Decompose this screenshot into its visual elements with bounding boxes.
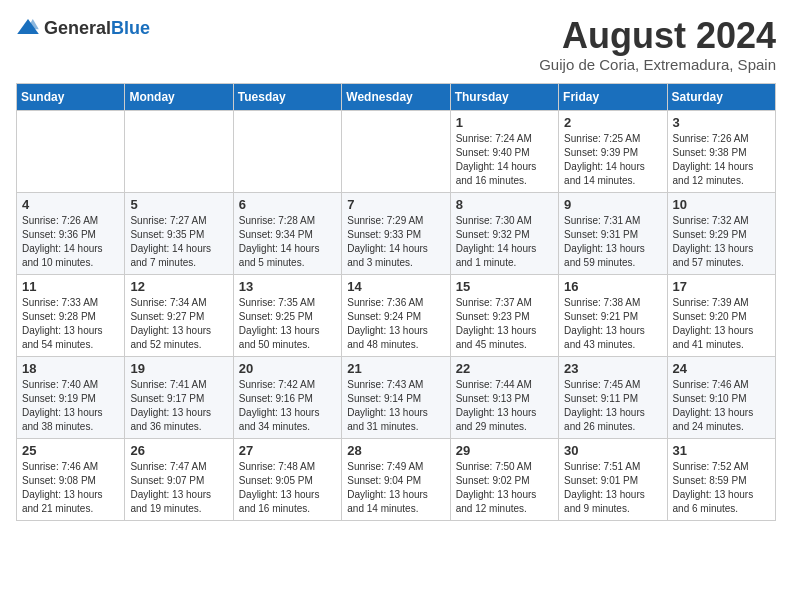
day-number: 11: [22, 279, 119, 294]
cell-info: Sunrise: 7:35 AM Sunset: 9:25 PM Dayligh…: [239, 296, 336, 352]
month-title: August 2024: [539, 16, 776, 56]
cell-info: Sunrise: 7:29 AM Sunset: 9:33 PM Dayligh…: [347, 214, 444, 270]
cell-info: Sunrise: 7:40 AM Sunset: 9:19 PM Dayligh…: [22, 378, 119, 434]
column-header-sunday: Sunday: [17, 83, 125, 110]
day-number: 21: [347, 361, 444, 376]
calendar-week-row: 25Sunrise: 7:46 AM Sunset: 9:08 PM Dayli…: [17, 438, 776, 520]
cell-info: Sunrise: 7:32 AM Sunset: 9:29 PM Dayligh…: [673, 214, 770, 270]
day-number: 15: [456, 279, 553, 294]
day-number: 18: [22, 361, 119, 376]
day-number: 22: [456, 361, 553, 376]
calendar-cell: 9Sunrise: 7:31 AM Sunset: 9:31 PM Daylig…: [559, 192, 667, 274]
calendar-cell: 19Sunrise: 7:41 AM Sunset: 9:17 PM Dayli…: [125, 356, 233, 438]
calendar-cell: 30Sunrise: 7:51 AM Sunset: 9:01 PM Dayli…: [559, 438, 667, 520]
cell-info: Sunrise: 7:45 AM Sunset: 9:11 PM Dayligh…: [564, 378, 661, 434]
cell-info: Sunrise: 7:39 AM Sunset: 9:20 PM Dayligh…: [673, 296, 770, 352]
calendar-cell: 29Sunrise: 7:50 AM Sunset: 9:02 PM Dayli…: [450, 438, 558, 520]
calendar-cell: [342, 110, 450, 192]
calendar-cell: 25Sunrise: 7:46 AM Sunset: 9:08 PM Dayli…: [17, 438, 125, 520]
day-number: 28: [347, 443, 444, 458]
cell-info: Sunrise: 7:42 AM Sunset: 9:16 PM Dayligh…: [239, 378, 336, 434]
cell-info: Sunrise: 7:28 AM Sunset: 9:34 PM Dayligh…: [239, 214, 336, 270]
calendar-cell: 31Sunrise: 7:52 AM Sunset: 8:59 PM Dayli…: [667, 438, 775, 520]
calendar-week-row: 11Sunrise: 7:33 AM Sunset: 9:28 PM Dayli…: [17, 274, 776, 356]
calendar-cell: 13Sunrise: 7:35 AM Sunset: 9:25 PM Dayli…: [233, 274, 341, 356]
cell-info: Sunrise: 7:48 AM Sunset: 9:05 PM Dayligh…: [239, 460, 336, 516]
calendar-cell: [233, 110, 341, 192]
calendar-cell: 8Sunrise: 7:30 AM Sunset: 9:32 PM Daylig…: [450, 192, 558, 274]
calendar-week-row: 18Sunrise: 7:40 AM Sunset: 9:19 PM Dayli…: [17, 356, 776, 438]
day-number: 12: [130, 279, 227, 294]
calendar-cell: 26Sunrise: 7:47 AM Sunset: 9:07 PM Dayli…: [125, 438, 233, 520]
day-number: 29: [456, 443, 553, 458]
calendar-week-row: 1Sunrise: 7:24 AM Sunset: 9:40 PM Daylig…: [17, 110, 776, 192]
calendar-cell: 23Sunrise: 7:45 AM Sunset: 9:11 PM Dayli…: [559, 356, 667, 438]
cell-info: Sunrise: 7:25 AM Sunset: 9:39 PM Dayligh…: [564, 132, 661, 188]
day-number: 25: [22, 443, 119, 458]
calendar-cell: 15Sunrise: 7:37 AM Sunset: 9:23 PM Dayli…: [450, 274, 558, 356]
day-number: 5: [130, 197, 227, 212]
calendar-cell: 28Sunrise: 7:49 AM Sunset: 9:04 PM Dayli…: [342, 438, 450, 520]
day-number: 16: [564, 279, 661, 294]
page-header: GeneralBlue August 2024 Guijo de Coria, …: [16, 16, 776, 73]
day-number: 27: [239, 443, 336, 458]
calendar-cell: 12Sunrise: 7:34 AM Sunset: 9:27 PM Dayli…: [125, 274, 233, 356]
cell-info: Sunrise: 7:26 AM Sunset: 9:36 PM Dayligh…: [22, 214, 119, 270]
day-number: 14: [347, 279, 444, 294]
calendar-cell: 1Sunrise: 7:24 AM Sunset: 9:40 PM Daylig…: [450, 110, 558, 192]
cell-info: Sunrise: 7:37 AM Sunset: 9:23 PM Dayligh…: [456, 296, 553, 352]
cell-info: Sunrise: 7:30 AM Sunset: 9:32 PM Dayligh…: [456, 214, 553, 270]
column-header-tuesday: Tuesday: [233, 83, 341, 110]
calendar-cell: [125, 110, 233, 192]
day-number: 26: [130, 443, 227, 458]
cell-info: Sunrise: 7:41 AM Sunset: 9:17 PM Dayligh…: [130, 378, 227, 434]
calendar-week-row: 4Sunrise: 7:26 AM Sunset: 9:36 PM Daylig…: [17, 192, 776, 274]
cell-info: Sunrise: 7:34 AM Sunset: 9:27 PM Dayligh…: [130, 296, 227, 352]
calendar-cell: 7Sunrise: 7:29 AM Sunset: 9:33 PM Daylig…: [342, 192, 450, 274]
calendar-cell: 22Sunrise: 7:44 AM Sunset: 9:13 PM Dayli…: [450, 356, 558, 438]
cell-info: Sunrise: 7:38 AM Sunset: 9:21 PM Dayligh…: [564, 296, 661, 352]
calendar-header-row: SundayMondayTuesdayWednesdayThursdayFrid…: [17, 83, 776, 110]
day-number: 3: [673, 115, 770, 130]
column-header-thursday: Thursday: [450, 83, 558, 110]
day-number: 10: [673, 197, 770, 212]
cell-info: Sunrise: 7:51 AM Sunset: 9:01 PM Dayligh…: [564, 460, 661, 516]
calendar-cell: 27Sunrise: 7:48 AM Sunset: 9:05 PM Dayli…: [233, 438, 341, 520]
cell-info: Sunrise: 7:46 AM Sunset: 9:10 PM Dayligh…: [673, 378, 770, 434]
column-header-monday: Monday: [125, 83, 233, 110]
calendar-cell: 16Sunrise: 7:38 AM Sunset: 9:21 PM Dayli…: [559, 274, 667, 356]
calendar-cell: 21Sunrise: 7:43 AM Sunset: 9:14 PM Dayli…: [342, 356, 450, 438]
calendar-cell: 5Sunrise: 7:27 AM Sunset: 9:35 PM Daylig…: [125, 192, 233, 274]
calendar-cell: 4Sunrise: 7:26 AM Sunset: 9:36 PM Daylig…: [17, 192, 125, 274]
day-number: 20: [239, 361, 336, 376]
calendar-cell: 24Sunrise: 7:46 AM Sunset: 9:10 PM Dayli…: [667, 356, 775, 438]
day-number: 13: [239, 279, 336, 294]
calendar-table: SundayMondayTuesdayWednesdayThursdayFrid…: [16, 83, 776, 521]
day-number: 17: [673, 279, 770, 294]
calendar-cell: 20Sunrise: 7:42 AM Sunset: 9:16 PM Dayli…: [233, 356, 341, 438]
calendar-cell: 10Sunrise: 7:32 AM Sunset: 9:29 PM Dayli…: [667, 192, 775, 274]
cell-info: Sunrise: 7:46 AM Sunset: 9:08 PM Dayligh…: [22, 460, 119, 516]
cell-info: Sunrise: 7:52 AM Sunset: 8:59 PM Dayligh…: [673, 460, 770, 516]
logo: GeneralBlue: [16, 16, 150, 40]
day-number: 7: [347, 197, 444, 212]
day-number: 24: [673, 361, 770, 376]
logo-general-text: GeneralBlue: [44, 19, 150, 38]
calendar-cell: 2Sunrise: 7:25 AM Sunset: 9:39 PM Daylig…: [559, 110, 667, 192]
cell-info: Sunrise: 7:47 AM Sunset: 9:07 PM Dayligh…: [130, 460, 227, 516]
calendar-cell: [17, 110, 125, 192]
title-area: August 2024 Guijo de Coria, Extremadura,…: [539, 16, 776, 73]
cell-info: Sunrise: 7:33 AM Sunset: 9:28 PM Dayligh…: [22, 296, 119, 352]
day-number: 19: [130, 361, 227, 376]
cell-info: Sunrise: 7:44 AM Sunset: 9:13 PM Dayligh…: [456, 378, 553, 434]
column-header-wednesday: Wednesday: [342, 83, 450, 110]
cell-info: Sunrise: 7:31 AM Sunset: 9:31 PM Dayligh…: [564, 214, 661, 270]
calendar-cell: 14Sunrise: 7:36 AM Sunset: 9:24 PM Dayli…: [342, 274, 450, 356]
day-number: 31: [673, 443, 770, 458]
logo-icon: [16, 16, 40, 40]
day-number: 4: [22, 197, 119, 212]
day-number: 9: [564, 197, 661, 212]
cell-info: Sunrise: 7:26 AM Sunset: 9:38 PM Dayligh…: [673, 132, 770, 188]
cell-info: Sunrise: 7:43 AM Sunset: 9:14 PM Dayligh…: [347, 378, 444, 434]
calendar-cell: 6Sunrise: 7:28 AM Sunset: 9:34 PM Daylig…: [233, 192, 341, 274]
